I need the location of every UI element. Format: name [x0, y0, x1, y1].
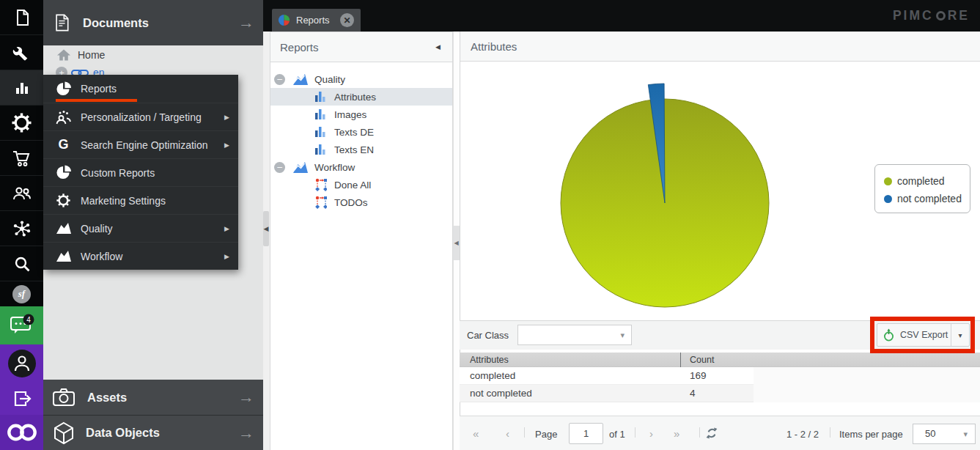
- customers-icon[interactable]: [0, 176, 43, 211]
- items-per-page-select[interactable]: 50 ▾: [913, 424, 976, 444]
- data-objects-panel-header[interactable]: Data Objects →: [43, 415, 263, 450]
- documents-panel-title: Documents: [83, 16, 149, 30]
- table-header-attributes[interactable]: Attributes: [470, 355, 509, 365]
- page-of-label: of 1: [609, 429, 625, 440]
- pimcore-loop-logo-icon[interactable]: [0, 415, 43, 450]
- table-header: [460, 353, 980, 367]
- menu-item-quality[interactable]: Quality ▶: [43, 214, 238, 242]
- table-header-count[interactable]: Count: [690, 355, 714, 365]
- chevron-down-icon: ▾: [620, 331, 625, 340]
- tab-pie-icon: [278, 14, 290, 26]
- next-page-icon[interactable]: ›: [649, 427, 653, 440]
- menu-item-personalization[interactable]: Personalization / Targeting ▶: [43, 103, 238, 130]
- report-group-icon: [292, 73, 309, 86]
- prev-page-icon[interactable]: ‹: [506, 427, 509, 440]
- google-g-icon: G: [55, 137, 72, 152]
- car-class-select[interactable]: ▾: [517, 325, 632, 345]
- active-menu-underline: [56, 99, 137, 102]
- attributes-pie-chart: [542, 70, 792, 320]
- chevron-down-icon: ▾: [963, 424, 968, 443]
- tree-node-texts-en[interactable]: Texts EN: [270, 141, 452, 158]
- documents-icon: [54, 12, 70, 34]
- tree-node-workflow[interactable]: – Workflow: [270, 158, 452, 176]
- camera-icon: [52, 388, 75, 407]
- tab-close-icon[interactable]: ✕: [340, 13, 354, 27]
- table-cell-count: 4: [690, 388, 696, 399]
- search-icon[interactable]: [0, 246, 43, 281]
- bar-report-icon: [315, 126, 325, 138]
- refresh-icon[interactable]: [705, 427, 718, 440]
- bar-report-icon: [315, 91, 325, 103]
- reports-context-menu: Reports Personalization / Targeting ▶ G …: [43, 75, 238, 270]
- cube-icon: [53, 421, 75, 445]
- chart-legend: completed not completed: [874, 164, 970, 213]
- gear-icon: [55, 193, 72, 207]
- expand-arrow-icon[interactable]: →: [238, 424, 254, 443]
- assets-panel-header[interactable]: Assets →: [43, 380, 263, 415]
- chart-mountain-icon: [55, 222, 72, 235]
- reports-tree-title: Reports: [280, 41, 319, 54]
- tree-node-images[interactable]: Images: [270, 106, 452, 123]
- menu-item-workflow[interactable]: Workflow ▶: [43, 242, 238, 270]
- submenu-arrow-icon: ▶: [224, 141, 229, 149]
- table-cell-attribute: not completed: [470, 388, 532, 399]
- tree-node-quality[interactable]: – Quality: [270, 70, 452, 88]
- tree-node-done-all[interactable]: Done All: [270, 176, 452, 193]
- chat-badge-count: 4: [26, 316, 31, 324]
- user-profile-icon[interactable]: [0, 344, 43, 383]
- documents-panel-header[interactable]: Documents →: [43, 0, 263, 45]
- legend-item-not-completed[interactable]: not completed: [884, 190, 970, 207]
- table-cell-count: 169: [690, 370, 707, 381]
- expand-arrow-icon[interactable]: →: [238, 13, 254, 32]
- submenu-arrow-icon: ▶: [224, 225, 229, 232]
- menu-item-marketing-settings[interactable]: Marketing Settings: [43, 186, 238, 214]
- results-range: 1 - 2 / 2: [786, 429, 819, 440]
- tree-node-attributes[interactable]: Attributes: [270, 88, 452, 106]
- tree-node-todos[interactable]: TODOs: [270, 193, 452, 211]
- last-page-icon[interactable]: »: [674, 427, 679, 440]
- separator: [699, 427, 700, 438]
- report-group-icon: [292, 161, 309, 174]
- file-icon[interactable]: [0, 0, 43, 35]
- left-splitter-handle[interactable]: ◀: [263, 211, 269, 246]
- first-page-icon[interactable]: «: [473, 427, 479, 440]
- top-tab-bar: [263, 0, 980, 32]
- menu-item-seo[interactable]: G Search Engine Optimization ▶: [43, 130, 238, 158]
- wrench-icon[interactable]: [0, 35, 43, 70]
- expand-arrow-icon[interactable]: →: [238, 388, 254, 407]
- legend-dot-not-completed: [884, 195, 892, 203]
- collapse-minus-icon[interactable]: –: [274, 162, 285, 173]
- table-header-divider: [680, 353, 681, 367]
- workflow-report-icon: [315, 196, 327, 209]
- doc-tree-home-label: Home: [78, 49, 105, 61]
- separator: [524, 427, 525, 438]
- marketing-reports-icon[interactable]: [0, 70, 43, 106]
- separator: [635, 427, 635, 438]
- doc-tree-home[interactable]: Home: [43, 46, 263, 64]
- tab-reports[interactable]: Reports ✕: [272, 9, 361, 32]
- collapse-minus-icon[interactable]: –: [274, 74, 285, 85]
- logout-icon[interactable]: [0, 383, 43, 415]
- settings-gear-icon[interactable]: [0, 106, 43, 141]
- data-objects-panel-title: Data Objects: [86, 426, 160, 440]
- pie-chart-icon: [55, 165, 72, 180]
- annotation-highlight-rectangle: [870, 317, 975, 353]
- page-label: Page: [535, 429, 557, 440]
- chart-mountain-icon: [55, 250, 72, 262]
- attributes-report-header: Attributes: [460, 32, 980, 62]
- collapse-panel-icon[interactable]: ◀: [435, 43, 441, 51]
- notifications-chat-icon[interactable]: 4: [0, 306, 43, 344]
- bar-report-icon: [315, 144, 325, 155]
- page-number-input[interactable]: 1: [569, 423, 603, 444]
- workflow-network-icon[interactable]: [0, 211, 43, 246]
- logo-ring: [936, 11, 946, 21]
- car-class-label: Car Class: [467, 320, 509, 350]
- legend-item-completed[interactable]: completed: [884, 172, 970, 190]
- ecommerce-cart-icon[interactable]: [0, 141, 43, 176]
- workflow-report-icon: [315, 178, 327, 191]
- tree-splitter-collapse-icon[interactable]: ◀: [453, 226, 460, 260]
- tree-node-texts-de[interactable]: Texts DE: [270, 123, 452, 141]
- menu-item-reports[interactable]: Reports: [43, 75, 238, 103]
- symfony-icon[interactable]: sf: [0, 281, 43, 306]
- menu-item-custom-reports[interactable]: Custom Reports: [43, 158, 238, 186]
